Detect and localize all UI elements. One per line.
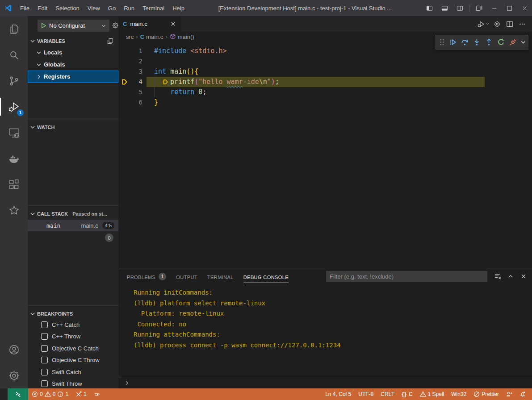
notifications-bell[interactable] xyxy=(516,388,529,400)
remote-explorer-icon[interactable] xyxy=(0,120,28,146)
menu-file[interactable]: File xyxy=(16,0,34,16)
variables-item-registers[interactable]: Registers xyxy=(28,71,118,83)
menu-selection[interactable]: Selection xyxy=(51,0,83,16)
menu-go[interactable]: Go xyxy=(104,0,120,16)
star-icon[interactable] xyxy=(0,197,28,223)
split-editor-button[interactable] xyxy=(504,19,515,29)
menu-edit[interactable]: Edit xyxy=(34,0,51,16)
console-filter-input[interactable] xyxy=(326,271,487,282)
checkbox-unchecked[interactable] xyxy=(41,380,48,387)
settings-gear-icon[interactable] xyxy=(0,362,28,388)
close-tab-icon[interactable] xyxy=(170,21,176,27)
call-stack-frame-row[interactable]: main main.c 4:5 xyxy=(28,220,118,231)
panel-tab-output[interactable]: OUTPUT xyxy=(171,268,202,285)
encoding[interactable]: UTF-8 xyxy=(355,388,377,400)
maximize-panel-button[interactable] xyxy=(506,271,515,281)
breakpoint-row[interactable]: Objective C Catch xyxy=(28,342,118,354)
launch-config-gear-icon[interactable] xyxy=(112,22,119,29)
minimize-button[interactable] xyxy=(486,0,502,16)
code-line[interactable]: 3int main(){ xyxy=(118,67,532,77)
breadcrumb-folder[interactable]: src xyxy=(126,33,134,40)
menu-run[interactable]: Run xyxy=(120,0,138,16)
cursor-position[interactable]: Ln 4, Col 5 xyxy=(322,388,355,400)
start-debugging-icon[interactable] xyxy=(40,22,47,29)
code-line[interactable]: 6} xyxy=(118,97,532,108)
call-stack-section-header[interactable]: CALL STACK Paused on st... xyxy=(28,208,118,219)
breakpoint-row[interactable]: Objective C Throw xyxy=(28,354,118,367)
run-or-debug-button[interactable] xyxy=(478,19,490,29)
restart-button[interactable] xyxy=(495,36,507,48)
checkbox-unchecked[interactable] xyxy=(41,321,48,328)
maximize-button[interactable] xyxy=(502,0,517,16)
code-line[interactable]: 5 return 0; xyxy=(118,87,532,97)
debug-console-input[interactable] xyxy=(118,378,532,388)
spell-checker[interactable]: 1 Spell xyxy=(416,388,448,400)
breakpoint-row[interactable]: Swift Catch xyxy=(28,366,118,378)
code-editor[interactable]: 1#include <stdio.h>23int main(){4 printf… xyxy=(118,42,532,268)
explorer-icon[interactable] xyxy=(0,16,28,42)
accounts-icon[interactable] xyxy=(0,337,28,362)
checkbox-unchecked[interactable] xyxy=(41,333,48,340)
remote-indicator[interactable] xyxy=(8,388,28,400)
formatter-prettier[interactable]: Prettier xyxy=(470,388,503,400)
run-and-debug-icon[interactable]: 1 xyxy=(0,94,28,120)
disconnect-button[interactable] xyxy=(507,36,519,48)
editor-more-actions-button[interactable] xyxy=(517,19,528,29)
drag-grip[interactable] xyxy=(437,36,447,48)
platform-toolchain[interactable]: Win32 xyxy=(448,388,470,400)
step-into-button[interactable] xyxy=(471,36,483,48)
breadcrumb-file[interactable]: Cmain.c xyxy=(140,33,163,40)
step-out-button[interactable] xyxy=(483,36,495,48)
close-window-button[interactable] xyxy=(517,0,532,16)
watch-section-header[interactable]: WATCH xyxy=(28,122,118,133)
checkbox-unchecked[interactable] xyxy=(41,357,48,363)
feedback[interactable] xyxy=(503,388,516,400)
customize-layout-icon[interactable] xyxy=(471,0,486,16)
clear-console-button[interactable] xyxy=(493,271,503,281)
checkbox-unchecked[interactable] xyxy=(41,345,48,352)
code-content[interactable]: return 0; xyxy=(154,87,206,97)
variables-section-header[interactable]: VARIABLES xyxy=(28,36,118,46)
debug-status[interactable] xyxy=(90,388,104,400)
variables-item-globals[interactable]: Globals xyxy=(28,58,118,71)
toggle-sidebar-icon[interactable] xyxy=(422,0,437,16)
step-over-button[interactable] xyxy=(459,36,471,48)
breakpoint-row[interactable]: C++ Throw xyxy=(28,331,118,343)
tools-status[interactable]: 1 xyxy=(72,388,90,400)
search-icon[interactable] xyxy=(0,42,28,68)
menu-view[interactable]: View xyxy=(84,0,104,16)
code-content[interactable]: int main(){ xyxy=(154,67,198,77)
extensions-icon[interactable] xyxy=(0,171,28,197)
close-panel-button[interactable] xyxy=(519,271,528,281)
toggle-secondary-sidebar-icon[interactable] xyxy=(452,0,467,16)
code-token: ( xyxy=(194,78,198,86)
toggle-panel-icon[interactable] xyxy=(437,0,452,16)
debug-settings-button[interactable] xyxy=(492,19,503,29)
code-line[interactable]: 4 printf("hello wamr-ide\n"); xyxy=(118,77,532,87)
language-mode[interactable]: {}C xyxy=(398,388,416,400)
docker-icon[interactable] xyxy=(0,146,28,171)
debug-configuration-dropdown[interactable]: No Configurat xyxy=(38,20,109,32)
debug-toolbar-more[interactable] xyxy=(519,36,527,48)
breadcrumb-symbol[interactable]: main() xyxy=(170,33,194,40)
breakpoints-label: BREAKPOINTS xyxy=(37,311,73,317)
continue-button[interactable] xyxy=(447,36,459,48)
panel-tab-problems[interactable]: PROBLEMS1 xyxy=(122,268,171,285)
problems-status[interactable]: 001 xyxy=(28,388,72,400)
code-content[interactable]: } xyxy=(154,97,158,108)
code-content[interactable]: #include <stdio.h> xyxy=(154,46,227,56)
menu-help[interactable]: Help xyxy=(168,0,189,16)
breakpoints-section-header[interactable]: BREAKPOINTS xyxy=(28,308,118,319)
panel-tab-debug-console[interactable]: DEBUG CONSOLE xyxy=(239,268,293,285)
code-token: #include xyxy=(154,47,186,55)
menu-terminal[interactable]: Terminal xyxy=(138,0,168,16)
end-of-line[interactable]: CRLF xyxy=(377,388,398,400)
panel-tab-terminal[interactable]: TERMINAL xyxy=(202,268,239,285)
breakpoint-row[interactable]: C++ Catch xyxy=(28,319,118,331)
tab-main-c[interactable]: C main.c xyxy=(118,16,181,32)
checkbox-unchecked[interactable] xyxy=(41,369,48,375)
source-control-icon[interactable] xyxy=(0,68,28,94)
copy-value-icon[interactable] xyxy=(107,38,114,45)
code-line[interactable]: 2 xyxy=(118,56,532,67)
variables-item-locals[interactable]: Locals xyxy=(28,46,118,58)
